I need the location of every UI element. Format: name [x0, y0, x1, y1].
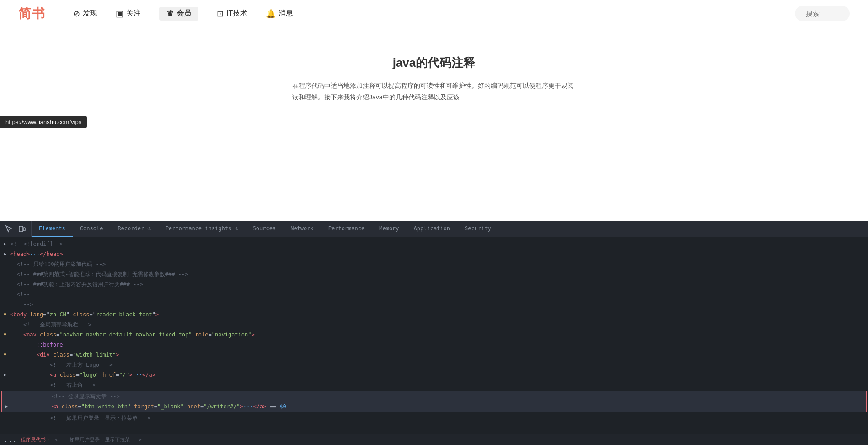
page-content: java的代码注释 在程序代码中适当地添加注释可以提高程序的可读性和可维护性。好… — [274, 27, 594, 117]
nav-discover[interactable]: ⊘ 发现 — [73, 9, 97, 19]
nav-message-label: 消息 — [279, 9, 293, 18]
url-tooltip: https://www.jianshu.com/vips — [0, 116, 87, 117]
bell-icon: 🔔 — [266, 9, 276, 19]
article-title: java的代码注释 — [292, 55, 576, 71]
search-input[interactable] — [795, 6, 850, 21]
website-header: 简书 ⊘ 发现 ▣ 关注 ♛ 会员 ⊡ IT技术 🔔 消息 — [0, 0, 868, 27]
site-logo[interactable]: 简书 — [18, 5, 46, 22]
site-nav: ⊘ 发现 ▣ 关注 ♛ 会员 ⊡ IT技术 🔔 消息 — [73, 7, 795, 21]
nav-it-label: IT技术 — [226, 9, 247, 18]
discover-icon: ⊘ — [73, 9, 80, 19]
crown-icon: ♛ — [166, 9, 174, 19]
nav-message[interactable]: 🔔 消息 — [266, 9, 293, 19]
nav-it[interactable]: ⊡ IT技术 — [217, 9, 247, 19]
it-icon: ⊡ — [217, 9, 224, 19]
follow-icon: ▣ — [116, 9, 123, 19]
nav-vip-label: 会员 — [177, 9, 191, 18]
article-summary: 在程序代码中适当地添加注释可以提高程序的可读性和可维护性。好的编码规范可以使程序… — [292, 80, 576, 103]
nav-vip[interactable]: ♛ 会员 — [159, 7, 198, 21]
nav-follow-label: 关注 — [126, 9, 141, 18]
nav-follow[interactable]: ▣ 关注 — [116, 9, 141, 19]
nav-discover-label: 发现 — [83, 9, 97, 18]
